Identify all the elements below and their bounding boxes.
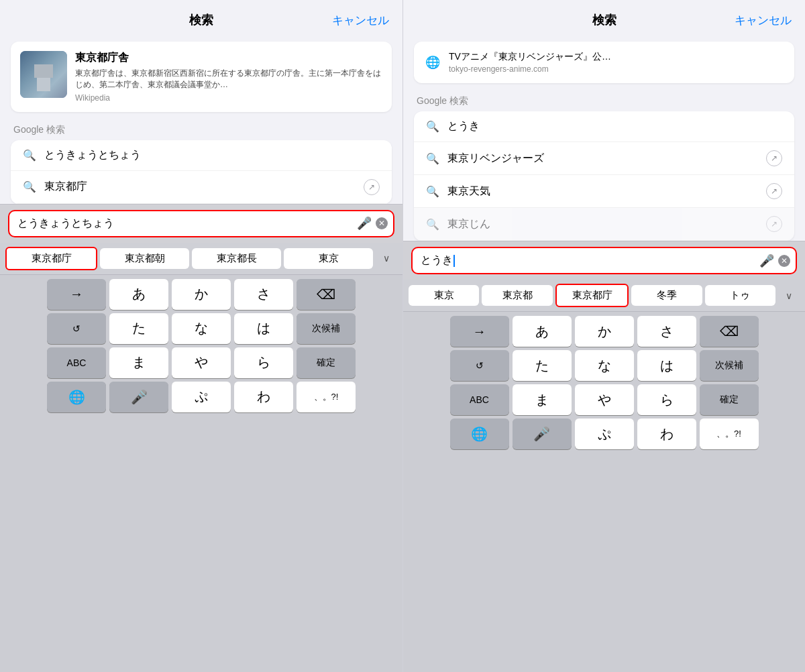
left-key-na[interactable]: な (172, 313, 231, 344)
right-key-wa[interactable]: わ (637, 418, 696, 449)
right-key-backspace[interactable]: ⌫ (700, 316, 759, 347)
left-key-undo[interactable]: ↺ (47, 313, 106, 344)
left-key-wa[interactable]: わ (234, 382, 293, 412)
right-key-ya[interactable]: や (575, 384, 634, 415)
search-icon-0: 🔍 (23, 149, 36, 162)
right-input-text: とうき (421, 254, 453, 268)
right-pred-expand[interactable]: ∨ (778, 290, 800, 301)
right-key-mic[interactable]: 🎤 (513, 418, 572, 449)
right-cancel[interactable]: キャンセル (735, 13, 792, 28)
right-key-sa[interactable]: さ (637, 316, 696, 347)
wiki-image (20, 51, 67, 98)
left-key-backspace[interactable]: ⌫ (297, 279, 356, 310)
left-clear-icon[interactable]: ✕ (376, 217, 388, 229)
right-key-ta[interactable]: た (513, 350, 572, 381)
left-google-label: Google 検索 (0, 117, 402, 140)
right-clear-icon[interactable]: ✕ (778, 255, 790, 267)
right-kb-row-1: → あ か さ ⌫ (406, 316, 802, 347)
left-pred-2[interactable]: 東京都長 (192, 248, 281, 269)
right-search-input[interactable]: とうき 🎤 ✕ (411, 247, 797, 274)
right-mic-icon[interactable]: 🎤 (759, 254, 774, 268)
right-key-abc[interactable]: ABC (450, 384, 509, 415)
left-key-pu[interactable]: ぷ (172, 382, 231, 412)
right-pred-1[interactable]: 東京都 (482, 285, 552, 306)
url-sub: tokyo-revengers-anime.com (449, 64, 784, 74)
right-pred-0[interactable]: 東京 (409, 285, 479, 306)
right-key-ra[interactable]: ら (637, 384, 696, 415)
right-pred-2[interactable]: 東京都庁 (555, 284, 629, 307)
right-result-arrow-2[interactable]: ↗ (766, 183, 782, 199)
left-key-ka[interactable]: か (172, 279, 231, 310)
left-mic-icon[interactable]: 🎤 (357, 216, 372, 231)
wiki-title: 東京都庁舎 (75, 51, 382, 65)
right-key-punct[interactable]: 、。?! (700, 418, 759, 449)
right-key-undo[interactable]: ↺ (450, 350, 509, 381)
left-kb-row-2: ↺ た な は 次候補 (3, 313, 400, 344)
left-search-input[interactable]: とうきょうとちょう 🎤 ✕ (8, 210, 394, 237)
left-key-kakutei[interactable]: 確定 (297, 347, 356, 378)
left-key-ma[interactable]: ま (109, 347, 168, 378)
left-key-candidates[interactable]: 次候補 (297, 313, 356, 344)
right-result-arrow-1[interactable]: ↗ (766, 150, 782, 166)
right-result-text-2: 東京天気 (447, 184, 758, 199)
right-google-label: Google 検索 (403, 89, 805, 111)
left-result-0[interactable]: 🔍 とうきょうとちょう (11, 140, 392, 171)
left-predictive-bar: 東京都庁 東京都朝 東京都長 東京 ∨ (0, 243, 402, 275)
right-title: 検索 (592, 12, 616, 28)
left-key-sa[interactable]: さ (234, 279, 293, 310)
left-key-arrow[interactable]: → (47, 279, 106, 310)
url-title: TVアニメ『東京リベンジャーズ』公… (449, 51, 784, 63)
left-key-mic[interactable]: 🎤 (109, 382, 168, 412)
left-key-abc[interactable]: ABC (47, 347, 106, 378)
right-kb-row-2: ↺ た な は 次候補 (406, 350, 802, 381)
right-key-ka[interactable]: か (575, 316, 634, 347)
right-key-candidates[interactable]: 次候補 (700, 350, 759, 381)
right-result-arrow-3[interactable]: ↗ (766, 216, 782, 232)
left-key-globe[interactable]: 🌐 (47, 382, 106, 412)
left-kb-row-4: 🌐 🎤 ぷ わ 、。?! (3, 382, 400, 412)
left-pred-0[interactable]: 東京都庁 (5, 247, 97, 270)
left-title: 検索 (189, 12, 213, 28)
wiki-card[interactable]: 東京都庁舎 東京都庁舎は、東京都新宿区西新宿に所在する東京都庁の庁舎。主に第一本… (11, 42, 392, 112)
right-results: 🔍 とうき 🔍 東京リベンジャーズ ↗ 🔍 東京天気 ↗ 🔍 東京じん ↗ (414, 111, 794, 241)
right-keyboard: → あ か さ ⌫ ↺ た な は 次候補 ABC ま や ら 確定 🌐 🎤 ぷ… (403, 312, 805, 672)
left-keyboard: → あ か さ ⌫ ↺ た な は 次候補 ABC ま や ら 確定 🌐 🎤 ぷ… (0, 275, 402, 672)
right-key-pu[interactable]: ぷ (575, 418, 634, 449)
right-key-ma[interactable]: ま (513, 384, 572, 415)
right-search-icon-1: 🔍 (426, 152, 439, 165)
url-card[interactable]: 🌐 TVアニメ『東京リベンジャーズ』公… tokyo-revengers-ani… (414, 42, 794, 83)
left-key-ha[interactable]: は (234, 313, 293, 344)
left-result-1[interactable]: 🔍 東京都庁 ↗ (11, 171, 392, 204)
left-key-punct[interactable]: 、。?! (297, 382, 356, 412)
right-result-0[interactable]: 🔍 とうき (414, 111, 794, 142)
right-result-text-3: 東京じん (447, 217, 758, 231)
left-cancel[interactable]: キャンセル (332, 13, 389, 28)
left-results: 🔍 とうきょうとちょう 🔍 東京都庁 ↗ (11, 140, 392, 204)
left-result-arrow-1[interactable]: ↗ (364, 179, 380, 195)
left-key-ta[interactable]: た (109, 313, 168, 344)
left-pred-3[interactable]: 東京 (284, 248, 373, 269)
right-result-1[interactable]: 🔍 東京リベンジャーズ ↗ (414, 142, 794, 175)
right-pred-3[interactable]: 冬季 (631, 285, 702, 306)
search-icon-1: 🔍 (23, 180, 36, 193)
right-kb-row-4: 🌐 🎤 ぷ わ 、。?! (406, 418, 802, 449)
left-pred-expand[interactable]: ∨ (376, 253, 397, 264)
left-pred-1[interactable]: 東京都朝 (100, 248, 189, 269)
left-search-area: とうきょうとちょう 🎤 ✕ (0, 204, 402, 243)
right-kb-row-3: ABC ま や ら 確定 (406, 384, 802, 415)
right-key-ha[interactable]: は (637, 350, 696, 381)
left-result-text-1: 東京都庁 (44, 180, 356, 194)
right-key-na[interactable]: な (575, 350, 634, 381)
left-key-ra[interactable]: ら (234, 347, 293, 378)
right-key-kakutei[interactable]: 確定 (700, 384, 759, 415)
right-key-a[interactable]: あ (513, 316, 572, 347)
right-key-globe[interactable]: 🌐 (450, 418, 509, 449)
right-pred-4[interactable]: トゥ (705, 285, 775, 306)
globe-icon: 🌐 (425, 54, 441, 70)
right-result-3[interactable]: 🔍 東京じん ↗ (414, 208, 794, 241)
left-key-ya[interactable]: や (172, 347, 231, 378)
right-result-2[interactable]: 🔍 東京天気 ↗ (414, 175, 794, 208)
left-key-a[interactable]: あ (109, 279, 168, 310)
right-key-arrow[interactable]: → (450, 316, 509, 347)
right-panel: 検索 キャンセル 🌐 TVアニメ『東京リベンジャーズ』公… tokyo-reve… (402, 0, 805, 672)
